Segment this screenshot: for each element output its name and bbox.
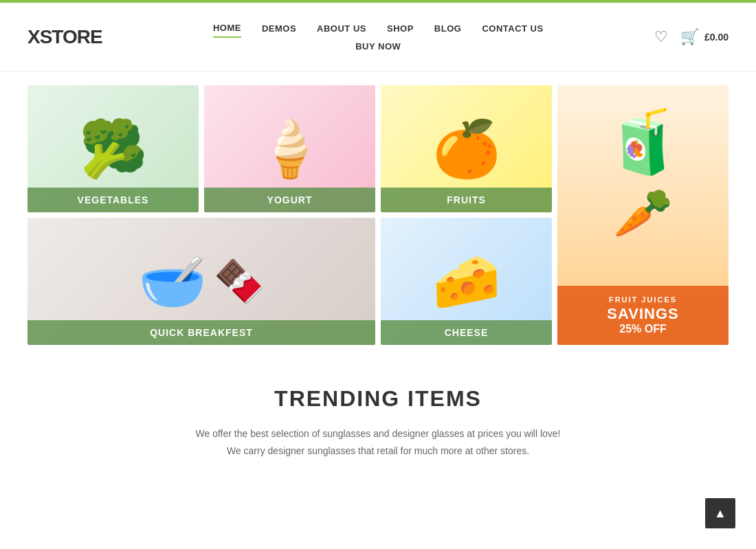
logo-store: STORE [40,26,102,47]
category-vegetables[interactable]: 🥦 VEGETABLES [27,85,199,212]
breakfast-emoji: 🥣 [138,254,207,309]
juice-carrot-emoji: 🥕 [613,185,673,241]
nav-row-1: HOME DEMOS ABOUT US SHOP BLOG CONTACT US [213,19,544,38]
nav-demos[interactable]: DEMOS [262,20,296,37]
juice-savings: SAVINGS [564,305,722,323]
nav-buy-now[interactable]: BUY NOW [355,38,401,55]
fruits-label: FRUITS [381,188,552,212]
nav-about[interactable]: ABOUT US [317,20,366,37]
category-juice[interactable]: 🧃 🥕 FRUIT JUICES SAVINGS 25% OFF [557,85,729,345]
cheese-emoji: 🧀 [432,254,501,309]
trending-desc1: We offer the best selection of sunglasse… [27,425,729,442]
main-nav: HOME DEMOS ABOUT US SHOP BLOG CONTACT US… [213,19,544,55]
logo-x: X [27,26,40,47]
header: XSTORE HOME DEMOS ABOUT US SHOP BLOG CON… [0,3,756,71]
breakfast-emoji2: 🍫 [214,257,265,306]
breakfast-label: QUICK BREAKFEST [27,320,375,345]
category-breakfast[interactable]: 🥣 🍫 QUICK BREAKFEST [27,218,375,345]
category-yogurt[interactable]: 🍦 YOGURT [204,85,375,212]
vegetables-label: VEGETABLES [27,188,199,212]
juice-label: FRUIT JUICES SAVINGS 25% OFF [557,286,729,345]
site-logo[interactable]: XSTORE [27,26,102,48]
yogurt-emoji: 🍦 [256,122,324,177]
trending-desc2: We carry designer sunglasses that retail… [27,442,729,460]
cart-icon: 🛒 [680,28,699,46]
juice-off: 25% OFF [564,323,722,335]
vegetables-emoji: 🥦 [79,122,148,177]
category-cheese[interactable]: 🧀 CHEESE [381,218,552,345]
fruits-emoji: 🍊 [432,122,501,177]
juice-bottle-emoji: 🧃 [605,106,682,178]
nav-contact[interactable]: CONTACT US [482,20,543,37]
category-grid: 🥦 VEGETABLES 🍦 YOGURT 🍊 FRUITS 🧃 🥕 FRUIT… [0,71,756,359]
juice-title: FRUIT JUICES [564,295,722,304]
trending-title: TRENDING ITEMS [27,386,729,412]
nav-blog[interactable]: BLOG [434,20,462,37]
cart-area[interactable]: 🛒 £0.00 [680,28,729,46]
header-icons: ♡ 🛒 £0.00 [654,28,729,46]
yogurt-label: YOGURT [204,188,375,212]
cart-total: £0.00 [704,32,729,43]
nav-row-2: BUY NOW [355,38,401,55]
nav-shop[interactable]: SHOP [387,20,414,37]
juice-content: 🧃 🥕 [605,85,682,241]
cheese-label: CHEESE [381,320,552,345]
wishlist-icon[interactable]: ♡ [654,28,668,46]
category-fruits[interactable]: 🍊 FRUITS [381,85,552,212]
trending-section: TRENDING ITEMS We offer the best selecti… [0,359,756,473]
nav-home[interactable]: HOME [213,19,241,38]
